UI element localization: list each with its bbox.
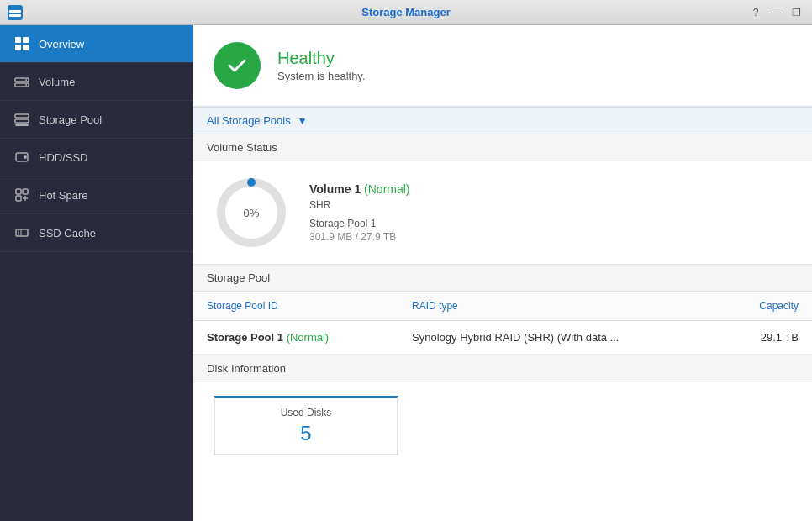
- titlebar: Storage Manager ? — ❒: [0, 0, 812, 25]
- storage-pools-bar[interactable]: All Storage Pools ▼: [193, 107, 812, 134]
- volume-pool-name: Storage Pool 1: [309, 218, 792, 229]
- dropdown-arrow-icon: ▼: [298, 115, 308, 127]
- pool-status-badge: (Normal): [287, 331, 330, 344]
- volume-icon: [13, 73, 30, 90]
- sidebar-item-overview[interactable]: Overview: [0, 25, 193, 63]
- svg-rect-3: [15, 37, 21, 43]
- svg-rect-11: [15, 114, 29, 118]
- storage-pool-table: Storage Pool ID RAID type Capacity Stora…: [193, 292, 812, 355]
- volume-type: SHR: [309, 199, 792, 211]
- sidebar-item-volume[interactable]: Volume: [0, 63, 193, 101]
- sidebar-item-label-overview: Overview: [39, 38, 84, 50]
- sidebar-item-hdd-ssd[interactable]: HDD/SSD: [0, 139, 193, 176]
- window-controls: ? — ❒: [748, 5, 804, 20]
- sidebar-item-hot-spare[interactable]: Hot Spare: [0, 176, 193, 214]
- hot-spare-icon: [13, 187, 30, 203]
- restore-button[interactable]: ❒: [788, 5, 804, 20]
- svg-rect-6: [23, 45, 29, 50]
- disk-info-section: Disk Information Used Disks 5: [193, 355, 812, 469]
- health-status: Healthy: [277, 49, 366, 68]
- svg-point-10: [25, 84, 27, 86]
- svg-rect-5: [15, 45, 21, 50]
- hdd-ssd-icon: [13, 149, 30, 166]
- disk-info-content: Used Disks 5: [193, 382, 812, 469]
- ssd-cache-icon: [13, 224, 30, 241]
- pool-id-cell: Storage Pool 1 (Normal): [193, 321, 398, 355]
- storage-pools-dropdown-label: All Storage Pools: [207, 114, 291, 127]
- svg-rect-17: [23, 189, 28, 194]
- sidebar-item-storage-pool[interactable]: Storage Pool: [0, 101, 193, 139]
- svg-rect-1: [9, 10, 21, 13]
- svg-rect-18: [16, 196, 21, 201]
- storage-pool-section-label: Storage Pool: [193, 265, 812, 292]
- volume-status-badge: (Normal): [364, 182, 409, 196]
- svg-point-15: [24, 155, 27, 159]
- volume-usage-percent: 0%: [244, 207, 260, 219]
- pool-capacity-cell: 29.1 TB: [721, 321, 812, 355]
- pool-raid-cell: Synology Hybrid RAID (SHR) (With data ..…: [398, 321, 720, 355]
- storage-pool-icon: [13, 111, 30, 128]
- sidebar-item-label-ssd-cache: SSD Cache: [39, 227, 96, 239]
- table-header-row: Storage Pool ID RAID type Capacity: [193, 292, 812, 321]
- col-header-raid[interactable]: RAID type: [398, 292, 720, 321]
- main-container: Overview Volume Storage P: [0, 25, 812, 521]
- volume-usage: 301.9 MB / 27.9 TB: [309, 231, 792, 243]
- used-disks-box: Used Disks 5: [214, 396, 398, 455]
- svg-rect-12: [15, 119, 29, 123]
- svg-rect-4: [23, 37, 29, 43]
- volume-name: Volume 1 (Normal): [309, 182, 792, 196]
- table-row: Storage Pool 1 (Normal) Synology Hybrid …: [193, 321, 812, 355]
- svg-rect-2: [9, 14, 21, 17]
- used-disks-count: 5: [224, 422, 388, 445]
- health-message: System is healthy.: [277, 70, 366, 82]
- svg-rect-21: [16, 229, 28, 236]
- volume-info: Volume 1 (Normal) SHR Storage Pool 1 301…: [309, 182, 792, 243]
- col-header-capacity[interactable]: Capacity: [721, 292, 812, 321]
- volume-status-label: Volume Status: [193, 134, 812, 161]
- health-icon: [214, 42, 261, 89]
- disk-info-section-label: Disk Information: [193, 355, 812, 382]
- health-banner: Healthy System is healthy.: [193, 25, 812, 107]
- volume-row: 0% Volume 1 (Normal) SHR Storage Pool 1 …: [193, 161, 812, 265]
- overview-icon: [13, 35, 30, 52]
- minimize-button[interactable]: —: [768, 5, 783, 20]
- col-header-id[interactable]: Storage Pool ID: [193, 292, 398, 321]
- used-disks-label: Used Disks: [224, 407, 388, 418]
- sidebar-item-label-hdd-ssd: HDD/SSD: [39, 151, 88, 164]
- sidebar-item-label-volume: Volume: [39, 76, 75, 88]
- svg-point-9: [25, 79, 27, 81]
- sidebar-item-ssd-cache[interactable]: SSD Cache: [0, 214, 193, 252]
- sidebar-item-label-hot-spare: Hot Spare: [39, 189, 88, 202]
- window-title: Storage Manager: [361, 6, 450, 18]
- sidebar-item-label-storage-pool: Storage Pool: [39, 113, 102, 126]
- sidebar: Overview Volume Storage P: [0, 25, 193, 521]
- volume-usage-chart: 0%: [214, 175, 289, 250]
- health-info: Healthy System is healthy.: [277, 49, 366, 82]
- content-area: Healthy System is healthy. All Storage P…: [193, 25, 812, 521]
- pool-name: Storage Pool 1: [207, 331, 287, 344]
- help-button[interactable]: ?: [748, 5, 763, 20]
- svg-rect-16: [16, 189, 21, 194]
- volume-status-section: Volume Status 0% Volume 1 (Normal) SHR: [193, 134, 812, 265]
- app-icon: [7, 4, 24, 21]
- storage-pool-section: Storage Pool Storage Pool ID RAID type C…: [193, 265, 812, 355]
- svg-rect-13: [15, 124, 29, 126]
